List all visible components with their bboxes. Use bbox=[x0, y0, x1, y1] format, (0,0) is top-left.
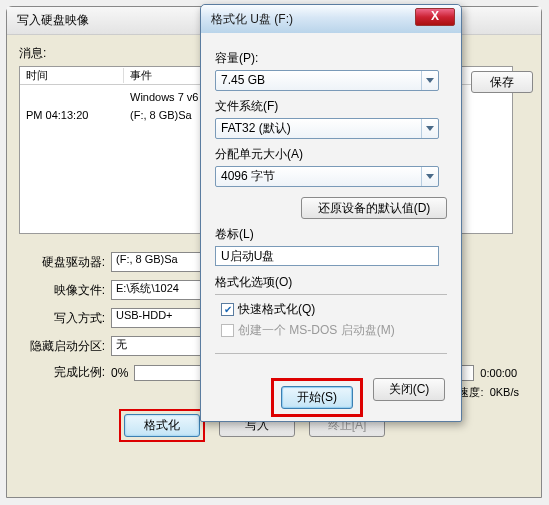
format-button[interactable]: 格式化 bbox=[124, 414, 200, 437]
quick-format-checkbox[interactable]: ✔ bbox=[221, 303, 234, 316]
progress-remaining: 0:00:00 bbox=[480, 367, 517, 379]
divider bbox=[215, 294, 447, 295]
volume-label-label: 卷标(L) bbox=[215, 226, 447, 243]
divider bbox=[215, 353, 447, 354]
progress-value: 0% bbox=[111, 366, 128, 380]
log-header-time: 时间 bbox=[20, 68, 124, 83]
msdos-boot-checkbox bbox=[221, 324, 234, 337]
allocation-label: 分配单元大小(A) bbox=[215, 146, 447, 163]
msdos-boot-label: 创建一个 MS-DOS 启动盘(M) bbox=[238, 322, 395, 339]
capacity-select[interactable]: 7.45 GB bbox=[215, 70, 439, 91]
filesystem-label: 文件系统(F) bbox=[215, 98, 447, 115]
dialog-title: 格式化 U盘 (F:) X bbox=[201, 5, 461, 33]
chevron-down-icon bbox=[421, 167, 438, 186]
highlight-box: 开始(S) bbox=[271, 378, 363, 417]
save-button[interactable]: 保存 bbox=[471, 71, 533, 93]
image-label: 映像文件: bbox=[19, 282, 111, 299]
format-options-label: 格式化选项(O) bbox=[215, 274, 447, 291]
speed-readout: 速度: 0KB/s bbox=[458, 385, 519, 400]
allocation-select[interactable]: 4096 字节 bbox=[215, 166, 439, 187]
chevron-down-icon bbox=[421, 119, 438, 138]
close-button[interactable]: 关闭(C) bbox=[373, 378, 445, 401]
start-button[interactable]: 开始(S) bbox=[281, 386, 353, 409]
hidden-partition-label: 隐藏启动分区: bbox=[19, 338, 111, 355]
drive-label: 硬盘驱动器: bbox=[19, 254, 111, 271]
filesystem-select[interactable]: FAT32 (默认) bbox=[215, 118, 439, 139]
restore-defaults-button[interactable]: 还原设备的默认值(D) bbox=[301, 197, 447, 219]
format-dialog: 格式化 U盘 (F:) X 容量(P): 7.45 GB 文件系统(F) FAT… bbox=[200, 4, 462, 422]
close-icon[interactable]: X bbox=[415, 8, 455, 26]
volume-label-input[interactable]: U启动U盘 bbox=[215, 246, 439, 266]
quick-format-label: 快速格式化(Q) bbox=[238, 301, 315, 318]
progress-label: 完成比例: bbox=[19, 364, 111, 381]
chevron-down-icon bbox=[421, 71, 438, 90]
write-mode-label: 写入方式: bbox=[19, 310, 111, 327]
capacity-label: 容量(P): bbox=[215, 50, 447, 67]
highlight-box: 格式化 bbox=[119, 409, 205, 442]
